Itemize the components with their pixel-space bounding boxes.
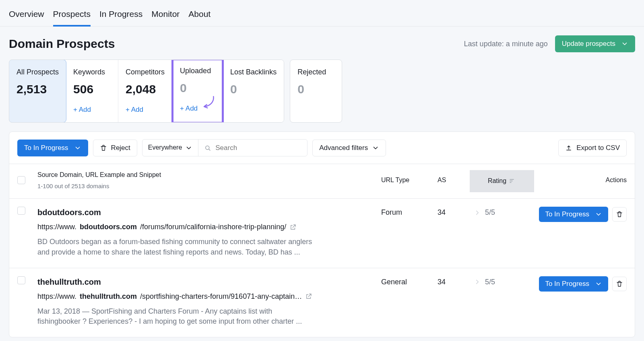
- card-label: Lost Backlinks: [230, 67, 277, 77]
- row-as: 34: [438, 276, 474, 287]
- url-prefix: https://www.: [37, 292, 76, 302]
- card-competitors[interactable]: Competitors 2,048 + Add: [118, 60, 172, 122]
- row-url[interactable]: https://www.thehulltruth.com/sportfishin…: [37, 292, 381, 302]
- sort-icon: [509, 177, 516, 185]
- row-delete-button[interactable]: [612, 277, 627, 291]
- table-row: bdoutdoors.com https://www.bdoutdoors.co…: [9, 199, 635, 268]
- row-action-label: To In Progress: [545, 210, 589, 218]
- th-as[interactable]: AS: [438, 176, 474, 185]
- tab-prospects[interactable]: Prospects: [53, 8, 91, 26]
- reject-label: Reject: [111, 144, 130, 152]
- card-label: Competitors: [126, 67, 165, 77]
- card-lost-backlinks[interactable]: Lost Backlinks 0: [223, 60, 284, 122]
- external-link-icon[interactable]: [305, 293, 312, 300]
- summary-cards: All Prospects 2,513 Keywords 506 + Add C…: [9, 60, 284, 123]
- add-keyword-link[interactable]: + Add: [73, 105, 91, 115]
- row-url[interactable]: https://www.bdoutdoors.com/forums/forum/…: [37, 222, 381, 232]
- top-tabs: Overview Prospects In Progress Monitor A…: [0, 0, 644, 27]
- trash-icon: [616, 280, 623, 288]
- card-rejected[interactable]: Rejected 0: [290, 60, 342, 123]
- row-rating-value: 5/5: [485, 277, 495, 287]
- trash-icon: [616, 211, 623, 218]
- card-label: Rejected: [297, 67, 334, 77]
- table-toolbar: To In Progress Reject Everywhere Advance…: [9, 132, 635, 163]
- advanced-filters-label: Advanced filters: [319, 144, 368, 152]
- to-in-progress-button[interactable]: To In Progress: [17, 140, 88, 156]
- th-source: Source Domain, URL Example and Snippet: [37, 170, 381, 179]
- row-domain[interactable]: thehulltruth.com: [37, 276, 381, 288]
- search-input[interactable]: [215, 144, 301, 152]
- table-header-row: Source Domain, URL Example and Snippet 1…: [9, 164, 635, 199]
- scope-dropdown[interactable]: Everywhere: [142, 140, 198, 156]
- card-label: All Prospects: [17, 67, 59, 77]
- row-rating-value: 5/5: [485, 207, 495, 218]
- url-prefix: https://www.: [37, 222, 76, 232]
- last-update-label: Last update: a minute ago: [464, 39, 548, 49]
- tab-about[interactable]: About: [188, 8, 211, 26]
- row-checkbox[interactable]: [17, 207, 25, 215]
- row-url-type: General: [381, 276, 438, 287]
- card-value: 0: [297, 81, 334, 98]
- tab-monitor[interactable]: Monitor: [151, 8, 180, 26]
- card-keywords[interactable]: Keywords 506 + Add: [66, 60, 118, 122]
- chevron-right-icon: [474, 209, 481, 216]
- add-upload-link[interactable]: + Add: [180, 104, 198, 113]
- th-source-sub: 1-100 out of 2513 domains: [37, 182, 381, 190]
- scope-label: Everywhere: [148, 143, 182, 152]
- card-all-prospects[interactable]: All Prospects 2,513: [9, 60, 66, 123]
- advanced-filters-button[interactable]: Advanced filters: [312, 140, 386, 156]
- url-path: /forums/forum/california-inshore-trip-pl…: [140, 222, 286, 232]
- row-to-in-progress-button[interactable]: To In Progress: [539, 207, 608, 222]
- external-link-icon[interactable]: [289, 224, 297, 231]
- th-actions: Actions: [606, 176, 627, 185]
- row-domain[interactable]: bdoutdoors.com: [37, 207, 381, 218]
- card-value: 0: [230, 81, 277, 98]
- chevron-right-icon: [474, 278, 481, 286]
- th-rating-label: Rating: [488, 177, 506, 185]
- url-host: bdoutdoors.com: [80, 222, 137, 232]
- row-rating[interactable]: 5/5: [474, 276, 530, 287]
- to-in-progress-label: To In Progress: [24, 144, 68, 152]
- table-row: thehulltruth.com https://www.thehulltrut…: [9, 268, 635, 337]
- search-icon: [204, 144, 211, 152]
- export-csv-button[interactable]: Export to CSV: [558, 140, 627, 156]
- card-value: 0: [180, 80, 215, 97]
- tab-overview[interactable]: Overview: [9, 8, 44, 26]
- card-value: 2,048: [126, 81, 165, 98]
- row-to-in-progress-button[interactable]: To In Progress: [539, 276, 608, 292]
- upload-icon: [565, 144, 572, 152]
- row-url-type: Forum: [381, 207, 438, 218]
- scope-search-combo: Everywhere: [142, 139, 308, 156]
- chevron-down-icon: [74, 144, 81, 152]
- url-path: /sportfishing-charters-forum/916071-any-…: [140, 292, 302, 302]
- th-url-type[interactable]: URL Type: [381, 176, 438, 185]
- select-all-checkbox[interactable]: [17, 176, 25, 184]
- row-action-label: To In Progress: [545, 280, 589, 288]
- row-checkbox[interactable]: [17, 276, 25, 284]
- reject-button[interactable]: Reject: [93, 140, 137, 156]
- chevron-down-icon: [595, 280, 602, 288]
- update-prospects-label: Update prospects: [562, 40, 615, 48]
- row-rating[interactable]: 5/5: [474, 207, 530, 218]
- chevron-down-icon: [595, 211, 602, 218]
- search-segment[interactable]: [198, 140, 307, 156]
- trash-icon: [100, 144, 107, 152]
- chevron-down-icon: [185, 144, 192, 152]
- chevron-down-icon: [372, 144, 379, 152]
- card-label: Keywords: [73, 67, 111, 77]
- row-snippet: Mar 13, 2018 — SportFishing and Charters…: [37, 306, 315, 327]
- tab-in-progress[interactable]: In Progress: [99, 8, 142, 26]
- card-value: 2,513: [17, 81, 59, 98]
- page-title: Domain Prospects: [9, 35, 115, 52]
- row-snippet: BD Outdoors began as a forum-based fishi…: [37, 237, 315, 257]
- export-csv-label: Export to CSV: [576, 144, 620, 152]
- th-rating[interactable]: Rating: [470, 170, 534, 192]
- add-competitor-link[interactable]: + Add: [126, 105, 143, 115]
- card-value: 506: [73, 81, 111, 98]
- update-prospects-button[interactable]: Update prospects: [555, 35, 635, 52]
- annotation-arrow-icon: [200, 94, 216, 113]
- chevron-down-icon: [621, 40, 628, 47]
- card-uploaded[interactable]: Uploaded 0 + Add: [171, 60, 224, 123]
- row-as: 34: [438, 207, 474, 218]
- row-delete-button[interactable]: [612, 207, 627, 222]
